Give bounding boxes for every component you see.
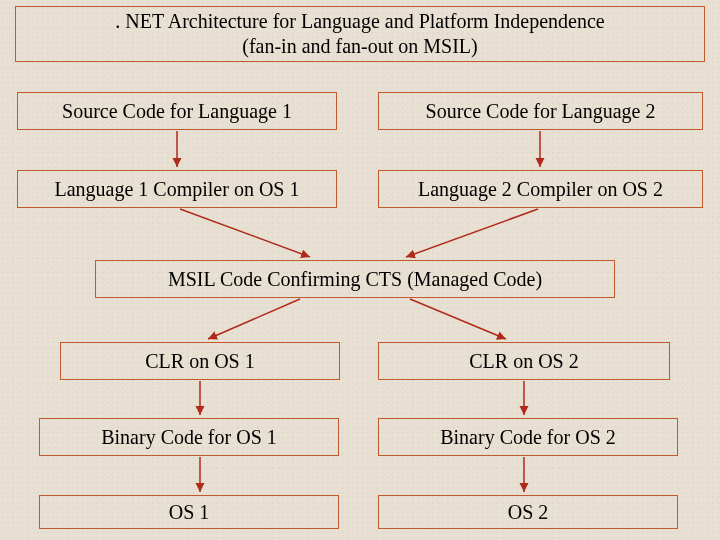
title-line1: . NET Architecture for Language and Plat… <box>115 9 604 34</box>
arrow-msil-clr1 <box>208 299 300 339</box>
box-compiler1: Language 1 Compiler on OS 1 <box>17 170 337 208</box>
arrow-msil-clr2 <box>410 299 506 339</box>
title-box: . NET Architecture for Language and Plat… <box>15 6 705 62</box>
title-line2: (fan-in and fan-out on MSIL) <box>242 34 478 59</box>
box-binary1: Binary Code for OS 1 <box>39 418 339 456</box>
box-binary2: Binary Code for OS 2 <box>378 418 678 456</box>
label: Binary Code for OS 2 <box>440 425 616 450</box>
box-clr2: CLR on OS 2 <box>378 342 670 380</box>
label: OS 2 <box>508 500 549 525</box>
label: Language 1 Compiler on OS 1 <box>55 177 300 202</box>
label: OS 1 <box>169 500 210 525</box>
label: Source Code for Language 2 <box>426 99 656 124</box>
label: Language 2 Compiler on OS 2 <box>418 177 663 202</box>
box-source-lang1: Source Code for Language 1 <box>17 92 337 130</box>
box-source-lang2: Source Code for Language 2 <box>378 92 703 130</box>
box-compiler2: Language 2 Compiler on OS 2 <box>378 170 703 208</box>
label: CLR on OS 1 <box>145 349 254 374</box>
label: CLR on OS 2 <box>469 349 578 374</box>
label: Source Code for Language 1 <box>62 99 292 124</box>
box-msil: MSIL Code Confirming CTS (Managed Code) <box>95 260 615 298</box>
label: MSIL Code Confirming CTS (Managed Code) <box>168 267 542 292</box>
box-os1: OS 1 <box>39 495 339 529</box>
label: Binary Code for OS 1 <box>101 425 277 450</box>
arrow-comp2-msil <box>406 209 538 257</box>
box-os2: OS 2 <box>378 495 678 529</box>
box-clr1: CLR on OS 1 <box>60 342 340 380</box>
arrow-comp1-msil <box>180 209 310 257</box>
